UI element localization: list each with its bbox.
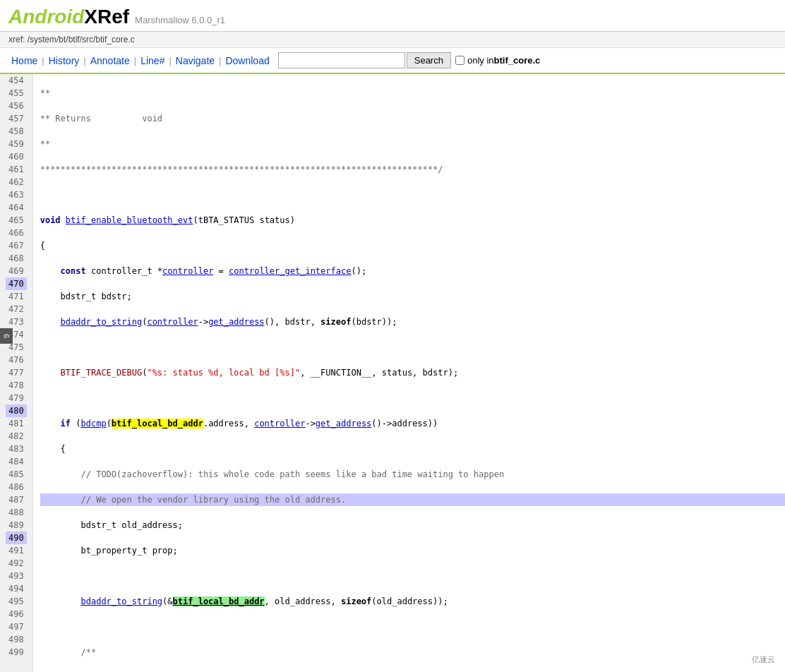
line-num-470: 470	[6, 277, 27, 290]
line-num: 489	[6, 519, 27, 532]
line-num: 483	[6, 443, 27, 455]
line-num: 467	[6, 239, 27, 252]
nav-sep-1: |	[42, 55, 44, 66]
code-line-474: bdaddr_to_string(&btif_local_bd_addr, ol…	[40, 595, 785, 608]
line-num: 485	[6, 468, 27, 481]
code-line-475	[40, 620, 785, 633]
code-line-467: if (bdcmp(btif_local_bd_addr.address, co…	[40, 417, 785, 430]
code-line-461: const controller_t *controller = control…	[40, 265, 785, 277]
line-num: 476	[6, 354, 27, 366]
code-line-466	[40, 392, 785, 404]
code-content: ** ** Returns void ** ******************…	[33, 74, 785, 672]
only-in-label: only in	[467, 55, 494, 66]
code-line-473	[40, 570, 785, 582]
code-line-463: bdaddr_to_string(controller->get_address…	[40, 316, 785, 328]
nav-download[interactable]: Download	[222, 54, 272, 68]
code-line-470: // We open the vendor library using the …	[40, 493, 785, 506]
search-button[interactable]: Search	[407, 52, 451, 68]
line-num: 460	[6, 150, 27, 163]
line-num: 494	[6, 582, 27, 595]
only-in-checkbox[interactable]	[455, 56, 465, 65]
line-num: 472	[6, 303, 27, 316]
line-num: 463	[6, 188, 27, 201]
code-line-476: /**	[40, 646, 785, 659]
line-num: 473	[6, 316, 27, 328]
code-line-469: // TODO(zachoverflow): this whole code p…	[40, 468, 785, 481]
watermark: 亿速云	[748, 653, 779, 666]
line-num: 459	[6, 138, 27, 150]
code-line-456: **	[40, 138, 785, 150]
line-num: 466	[6, 227, 27, 239]
line-num: 457	[6, 112, 27, 125]
code-line-459: void btif_enable_bluetooth_evt(tBTA_STAT…	[40, 214, 785, 227]
line-num: 484	[6, 455, 27, 468]
nav-annotate[interactable]: Annotate	[88, 54, 133, 68]
line-num: 461	[6, 163, 27, 176]
line-num: 478	[6, 379, 27, 392]
line-numbers: 454 455 456 457 458 459 460 461 462 463 …	[0, 74, 33, 672]
code-line-454: **	[40, 87, 785, 100]
code-line-465: BTIF_TRACE_DEBUG("%s: status %d, local b…	[40, 366, 785, 379]
search-input[interactable]	[278, 52, 405, 68]
line-num-480: 480	[6, 404, 27, 417]
code-line-472: bt_property_t prop;	[40, 544, 785, 557]
line-num: 462	[6, 176, 27, 188]
line-num: 465	[6, 214, 27, 227]
nav-filename: btif_core.c	[494, 55, 541, 66]
line-num: 498	[6, 633, 27, 646]
nav-navigate[interactable]: Navigate	[173, 54, 217, 68]
code-line-460: {	[40, 239, 785, 252]
nav-sep-4: |	[169, 55, 171, 66]
logo-android: Android	[8, 6, 84, 28]
logo-xref: XRef	[84, 6, 129, 28]
line-num: 456	[6, 100, 27, 112]
code-line-468: {	[40, 443, 785, 455]
line-num: 481	[6, 417, 27, 430]
line-num: 486	[6, 481, 27, 493]
navbar: Home | History | Annotate | Line# | Navi…	[0, 48, 785, 74]
line-num: 497	[6, 620, 27, 633]
line-num: 455	[6, 87, 27, 100]
line-num: 479	[6, 392, 27, 404]
logo-version: Marshmallow 6.0.0_r1	[135, 15, 225, 25]
code-line-457: ****************************************…	[40, 163, 785, 176]
line-num: 492	[6, 557, 27, 570]
line-num: 496	[6, 608, 27, 620]
nav-home[interactable]: Home	[8, 54, 40, 68]
line-num: 493	[6, 570, 27, 582]
line-num: 469	[6, 265, 27, 277]
side-tab: 6	[0, 328, 13, 344]
code-line-458	[40, 188, 785, 201]
line-num: 471	[6, 290, 27, 303]
line-num: 495	[6, 595, 27, 608]
header-logo: AndroidXRefMarshmallow 6.0.0_r1	[0, 0, 785, 32]
code-line-455: ** Returns void	[40, 112, 785, 125]
code-area: 454 455 456 457 458 459 460 461 462 463 …	[0, 74, 785, 672]
line-num: 488	[6, 506, 27, 519]
code-line-462: bdstr_t bdstr;	[40, 290, 785, 303]
breadcrumb: xref: /system/bt/btif/src/btif_core.c	[0, 32, 785, 48]
nav-sep-2: |	[83, 55, 85, 66]
line-num: 458	[6, 125, 27, 138]
line-num: 491	[6, 544, 27, 557]
nav-sep-5: |	[219, 55, 221, 66]
line-num: 499	[6, 646, 27, 659]
nav-sep-3: |	[134, 55, 136, 66]
code-line-464	[40, 341, 785, 354]
line-num: 454	[6, 74, 27, 87]
nav-history[interactable]: History	[46, 54, 83, 68]
line-num: 468	[6, 252, 27, 265]
line-num: 487	[6, 493, 27, 506]
nav-line[interactable]: Line#	[138, 54, 167, 68]
line-num: 464	[6, 201, 27, 214]
line-num: 477	[6, 366, 27, 379]
line-num: 482	[6, 430, 27, 443]
code-line-471: bdstr_t old_address;	[40, 519, 785, 532]
line-num-490: 490	[6, 532, 27, 544]
